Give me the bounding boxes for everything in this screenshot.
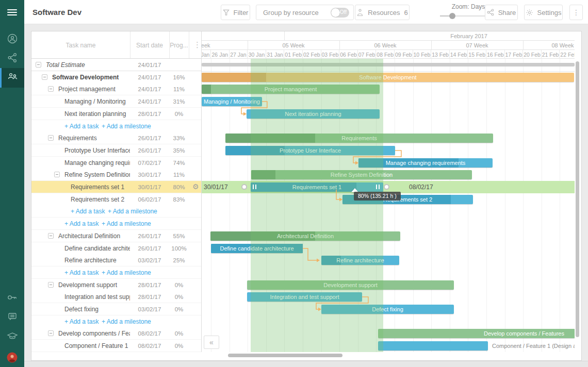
day-gridline [505, 59, 505, 352]
start-date-cell: 03/02/17 [130, 306, 169, 312]
slider-knob[interactable] [449, 13, 455, 19]
day-cell: 26 Jan [211, 50, 230, 59]
share-button[interactable]: Share [485, 5, 518, 20]
column-header-progress: Prog... [169, 42, 189, 49]
task-row[interactable]: Requirements set 206/02/1783% [31, 193, 202, 206]
day-cell: 30 Jan [248, 50, 266, 59]
grid-columns-menu-icon[interactable]: ⋮ [193, 40, 201, 49]
sidebar-item-key[interactable] [0, 289, 24, 308]
task-name-cell: Refine architecture [64, 257, 130, 264]
task-row[interactable]: Refine architecture03/02/1725% [31, 254, 202, 266]
add-row[interactable]: + Add a task+ Add a milestone [31, 266, 202, 279]
resize-grip-left[interactable] [253, 185, 256, 189]
row-settings-gear-icon[interactable]: ⚙ [192, 182, 199, 191]
collapse-toggle[interactable] [48, 86, 54, 92]
collapse-grid-button[interactable]: « [204, 336, 219, 349]
drag-start-handle[interactable] [241, 184, 247, 190]
month-separator [284, 31, 285, 41]
add-task-link[interactable]: + Add a task [64, 220, 99, 227]
collapse-toggle[interactable] [48, 282, 54, 288]
timeline-header: February 2017 04 Week05 Week06 Week07 We… [202, 31, 575, 59]
task-row[interactable]: Defect fixing03/02/170% [31, 303, 202, 315]
task-row[interactable]: Total Estimate24/01/17 [31, 59, 202, 71]
collapse-toggle[interactable] [36, 62, 41, 68]
task-row[interactable]: Refine System Definition30/01/1711% [31, 169, 202, 181]
task-row[interactable]: Architectural Definition26/01/1755% [31, 230, 202, 242]
add-milestone-link[interactable]: + Add a milestone [102, 123, 151, 130]
progress-cell: 0% [169, 330, 189, 337]
resources-button[interactable]: Resources 6 [355, 5, 410, 20]
add-milestone-link[interactable]: + Add a milestone [102, 269, 151, 276]
progress-tooltip: 80% (135.21 h ) [354, 192, 401, 201]
task-row[interactable]: Software Development24/01/1716% [31, 71, 202, 84]
bar-label: Develop components / Features [478, 330, 570, 337]
vertical-scrollbar[interactable] [576, 61, 579, 337]
gantt-bar-component-feature-1-design-and[interactable] [378, 341, 488, 351]
progress-cell: 83% [169, 196, 189, 203]
sidebar-item-team[interactable] [0, 68, 24, 88]
add-milestone-link[interactable]: + Add a milestone [102, 220, 151, 227]
settings-button[interactable]: Settings [524, 5, 563, 20]
progress-cell: 0% [169, 306, 189, 312]
task-row[interactable]: Manage changing requirements07/02/1774% [31, 157, 202, 169]
add-task-link[interactable]: + Add a task [71, 208, 105, 215]
add-milestone-link[interactable]: + Add a milestone [102, 318, 151, 325]
week-separator [339, 41, 340, 50]
column-separator [169, 31, 170, 58]
add-task-link[interactable]: + Add a task [64, 269, 99, 276]
task-row[interactable]: Development support28/01/170% [31, 279, 202, 291]
progress-cell: 11% [169, 172, 189, 178]
sidebar-item-account[interactable] [0, 30, 24, 49]
add-task-link[interactable]: + Add a task [64, 318, 99, 325]
add-milestone-link[interactable]: + Add a milestone [108, 208, 157, 215]
collapse-toggle[interactable] [48, 233, 54, 239]
collapse-toggle[interactable] [48, 135, 54, 141]
task-row[interactable]: Requirements set 130/01/1780%⚙ [31, 181, 202, 193]
start-date-cell: 24/01/17 [130, 86, 169, 92]
task-name-cell: Component / Feature 1 (Design and pr [64, 342, 130, 349]
collapse-toggle[interactable] [48, 330, 54, 336]
add-row[interactable]: + Add a task+ Add a milestone [31, 120, 202, 132]
task-row[interactable]: Component / Feature 1 (Design and pr08/0… [31, 340, 202, 352]
education-icon [6, 330, 19, 343]
collapse-toggle[interactable] [54, 172, 60, 177]
add-row[interactable]: + Add a task+ Add a milestone [31, 315, 202, 328]
horizontal-scrollbar[interactable] [228, 354, 342, 357]
start-date-cell: 28/01/17 [130, 111, 169, 117]
team-icon [6, 71, 19, 85]
group-by-label: Group by resource [263, 9, 319, 16]
start-date-cell: 07/02/17 [130, 160, 169, 166]
day-cell: 10 Feb [413, 50, 432, 59]
week-label: 05 Week [273, 42, 314, 48]
day-cell: 27 Jan [230, 50, 248, 59]
task-row[interactable]: Next iteration planning28/01/170% [31, 108, 202, 120]
task-name-cell: Integration and test support [64, 293, 130, 301]
share-icon [487, 9, 494, 16]
add-row[interactable]: + Add a task+ Add a milestone [31, 205, 202, 218]
resize-grip-right[interactable] [376, 185, 380, 189]
progress-cell: 100% [169, 245, 189, 252]
sidebar-item-user-avatar[interactable] [0, 348, 24, 367]
task-row[interactable]: Requirements26/01/1733% [31, 132, 202, 144]
task-row[interactable]: Prototype User Interface26/01/1735% [31, 144, 202, 157]
task-row[interactable]: Project management24/01/1711% [31, 83, 202, 95]
task-row[interactable]: Develop components / Features08/02/170% [31, 327, 202, 340]
collapse-toggle[interactable] [42, 74, 47, 80]
group-toggle[interactable]: Off [331, 8, 349, 18]
add-task-link[interactable]: + Add a task [64, 123, 99, 130]
task-row[interactable]: Integration and test support28/01/170% [31, 291, 202, 303]
start-date-cell: 26/01/17 [130, 135, 169, 141]
grid-rows: Total Estimate24/01/17Software Developme… [31, 59, 202, 352]
task-row[interactable]: Define candidate architecture26/01/17100… [31, 242, 202, 255]
filter-button[interactable]: Filter [221, 5, 250, 20]
task-row[interactable]: Managing / Monitoring24/01/1731% [31, 95, 202, 108]
sidebar-item-share-network[interactable] [0, 49, 24, 69]
progress-cell: 74% [169, 160, 189, 166]
add-row[interactable]: + Add a task+ Add a milestone [31, 218, 202, 230]
more-options-button[interactable]: ⋮ [569, 5, 583, 20]
sidebar-item-education[interactable] [0, 327, 24, 346]
sidebar-item-feedback[interactable] [0, 308, 24, 327]
drag-end-handle[interactable] [384, 184, 389, 190]
group-by-resource-button[interactable]: Group by resource Off [256, 5, 354, 20]
menu-icon[interactable] [0, 0, 24, 24]
